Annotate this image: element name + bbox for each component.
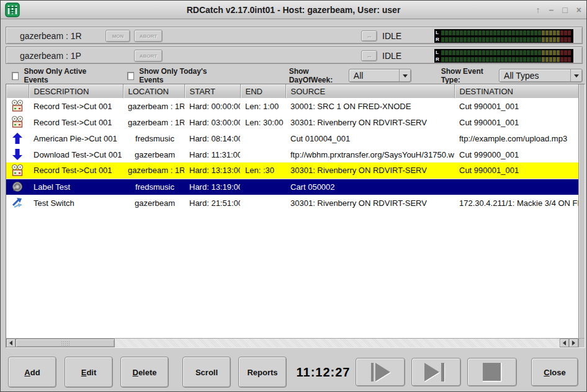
meter-segment: [564, 37, 567, 42]
meter-segment: [486, 30, 489, 35]
scrollbar-track[interactable]: [115, 339, 560, 347]
stop-button[interactable]: [467, 358, 517, 386]
play-button[interactable]: [356, 358, 405, 386]
show-active-events-checkbox[interactable]: [12, 72, 19, 80]
meter-segment: [564, 50, 567, 55]
table-row[interactable]: Label TestfredsmusicHard: 13:19:00Cart 0…: [6, 179, 578, 195]
minimize-icon[interactable]: –: [549, 5, 554, 15]
meter-segment: [501, 37, 504, 42]
cell-location: fredsmusic: [123, 130, 184, 146]
meter-segment: [504, 30, 508, 35]
play-next-button[interactable]: [411, 358, 461, 386]
table-row[interactable]: Record Test->Cut 001gazerbeam : 1RHard: …: [6, 163, 578, 179]
meter-segment: [478, 37, 482, 42]
cell-location: gazerbeam: [123, 146, 184, 163]
cell-end: [240, 146, 285, 163]
meter-segment: [512, 30, 515, 35]
monitor-button[interactable]: MON: [105, 30, 130, 42]
meter-segment: [534, 57, 537, 62]
meter-segment: [490, 37, 493, 42]
meter-segment: [531, 30, 534, 35]
abort-button[interactable]: ABORT: [134, 50, 163, 62]
meter-segment: [568, 50, 571, 55]
reports-button[interactable]: Reports: [238, 357, 287, 388]
meter-segment: [523, 57, 526, 62]
meter-segment: [482, 37, 485, 42]
cell-location: gazerbeam : 1R: [123, 114, 184, 130]
meter-segment: [501, 30, 504, 35]
scroll-button[interactable]: Scroll: [182, 357, 231, 388]
table-row[interactable]: Download Test->Cut 001gazerbeamHard: 11:…: [6, 146, 578, 163]
delete-button[interactable]: Delete: [120, 357, 169, 388]
connector-button[interactable]: --: [361, 50, 377, 61]
meter-segment: [497, 37, 500, 42]
cell-icon: [6, 114, 29, 130]
cell-start: Hard: 00:00:00: [184, 98, 240, 114]
table-row[interactable]: American Pie->Cut 001fredsmusicHard: 08:…: [6, 130, 578, 146]
maximize-icon[interactable]: □: [562, 5, 567, 15]
abort-button[interactable]: ABORT: [134, 30, 163, 42]
cell-location: fredsmusic: [123, 179, 184, 195]
meter-segment: [445, 30, 448, 35]
meter-segment: [460, 30, 463, 35]
scroll-right-button[interactable]: [569, 339, 578, 347]
meter-segment: [531, 37, 534, 42]
column-end: END: [240, 84, 285, 98]
scroll-left-button[interactable]: [6, 339, 16, 347]
meter-segment: [501, 57, 504, 62]
cell-start: Hard: 13:19:00: [184, 179, 240, 195]
show-todays-events-checkbox[interactable]: [127, 72, 134, 80]
meter-segment: [549, 57, 552, 62]
show-active-events-label: Show Only Active Events: [24, 67, 99, 84]
meter-segment: [516, 30, 519, 35]
meter-segment: [519, 37, 522, 42]
cell-description: Download Test->Cut 001: [29, 146, 123, 163]
day-of-week-select[interactable]: All: [349, 69, 411, 82]
table-row[interactable]: Test SwitchgazerbeamHard: 21:51:0030301:…: [6, 195, 578, 211]
dropdown-button[interactable]: [399, 69, 411, 82]
meter-segment: [534, 50, 537, 55]
dropdown-button[interactable]: [570, 69, 582, 82]
meter-channel-label: L: [436, 30, 441, 35]
grip-icon: [61, 341, 69, 345]
meter-segment: [542, 50, 545, 55]
shade-icon[interactable]: ↑: [536, 5, 540, 15]
record-icon: [11, 116, 24, 128]
scroll-left-button-2[interactable]: [560, 339, 569, 347]
vertical-scrollbar[interactable]: [578, 84, 585, 338]
meter-segment: [445, 57, 448, 62]
meter-segment: [445, 50, 448, 55]
meter-segment: [471, 37, 474, 42]
meter-segment: [531, 57, 534, 62]
meter-segment: [482, 30, 485, 35]
record-icon: [11, 164, 24, 177]
meter-channel-label: R: [436, 56, 441, 62]
scrollbar-thumb[interactable]: [16, 339, 115, 347]
cell-description: Test Switch: [29, 195, 123, 211]
close-icon[interactable]: ×: [576, 5, 581, 15]
arrow-left-icon: [563, 341, 566, 345]
meter-segment: [549, 50, 552, 55]
meter-segment: [527, 30, 530, 35]
meter-segment: [557, 30, 560, 35]
cell-location: gazerbeam : 1R: [123, 163, 184, 179]
meter-segment: [519, 30, 522, 35]
meter-segment: [508, 30, 511, 35]
add-button[interactable]: Add: [8, 357, 56, 388]
deck-name: gazerbeam : 1R: [20, 31, 82, 41]
event-type-select[interactable]: All Types: [499, 69, 583, 82]
table-row[interactable]: Record Test->Cut 001gazerbeam : 1RHard: …: [6, 98, 578, 114]
cell-icon: [6, 163, 29, 179]
event-type-label: Show Event Type:: [441, 67, 495, 84]
arrow-right-icon: [572, 341, 575, 345]
cell-source: 30001: SRC 1 ON FRED-XNODE: [285, 98, 454, 114]
close-button[interactable]: Close: [531, 358, 578, 386]
meter-channel-label: R: [436, 37, 441, 42]
meter-segment: [464, 30, 467, 35]
edit-button[interactable]: Edit: [65, 357, 113, 388]
connector-button[interactable]: --: [361, 30, 377, 42]
column-destination: DESTINATION: [454, 84, 578, 98]
meter-segment: [445, 37, 448, 42]
cell-destination: Cut 990001_001: [454, 163, 578, 179]
table-row[interactable]: Record Test->Cut 001gazerbeam : 1RHard: …: [6, 114, 578, 130]
